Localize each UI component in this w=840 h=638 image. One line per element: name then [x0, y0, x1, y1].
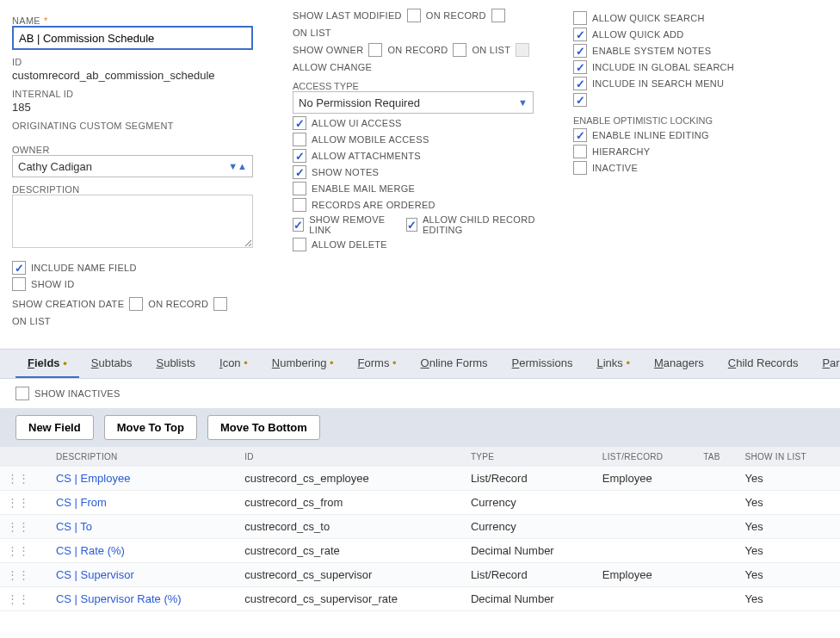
table-cell [696, 515, 738, 539]
table-cell: custrecord_cs_rate [238, 539, 464, 563]
enable-system-notes-checkbox[interactable] [573, 44, 587, 58]
allow-mobile-access-checkbox[interactable] [293, 133, 306, 146]
table-cell: custrecord_cs_to [238, 515, 464, 539]
tab-child-records[interactable]: Child Records [716, 350, 811, 378]
allow-quick-add-checkbox[interactable] [573, 28, 587, 41]
inactive-checkbox[interactable] [573, 161, 587, 175]
table-row[interactable]: ⋮⋮CS | Fromcustrecord_cs_fromCurrencyYes [0, 491, 840, 515]
enable-mail-merge-checkbox[interactable] [293, 182, 306, 195]
drag-handle-icon[interactable]: ⋮⋮ [7, 472, 29, 485]
internal-id-value: 185 [12, 101, 267, 114]
owner-allow-change-checkbox [516, 43, 529, 57]
field-link[interactable]: CS | To [56, 520, 92, 533]
tab-sublists[interactable]: Sublists [144, 350, 207, 378]
field-link[interactable]: CS | From [56, 496, 107, 509]
drag-handle-icon[interactable]: ⋮⋮ [7, 520, 29, 533]
creation-on-list-checkbox[interactable] [213, 297, 227, 311]
description-textarea[interactable] [12, 195, 253, 248]
drag-handle-icon[interactable]: ⋮⋮ [7, 496, 29, 509]
last-mod-on-record-checkbox[interactable] [407, 9, 421, 22]
table-cell [596, 587, 696, 611]
tab-forms[interactable]: Forms • [346, 350, 409, 378]
table-cell: custrecord_cs_from [238, 491, 464, 515]
allow-quick-search-checkbox[interactable] [573, 11, 587, 25]
table-cell: Yes [738, 587, 840, 611]
tab-permissions[interactable]: Permissions [500, 350, 585, 378]
tab-parent-records[interactable]: Parent Records [810, 350, 840, 378]
new-field-button[interactable]: New Field [15, 415, 94, 440]
table-cell[interactable]: CS | Supervisor Rate (%) [49, 587, 238, 611]
table-cell [696, 587, 738, 611]
table-cell[interactable]: ⋮⋮ [0, 563, 49, 587]
table-cell: Yes [738, 539, 840, 563]
table-cell: Decimal Number [464, 587, 596, 611]
table-row[interactable]: ⋮⋮CS | Supervisor Rate (%)custrecord_cs_… [0, 587, 840, 611]
enable-inline-editing-checkbox[interactable] [573, 128, 587, 142]
show-remove-link-checkbox[interactable] [293, 218, 304, 232]
table-cell [696, 467, 738, 491]
extra-checkbox[interactable] [573, 93, 587, 107]
column-header: DESCRIPTION [49, 447, 238, 467]
orig-segment-label: ORIGINATING CUSTOM SEGMENT [12, 121, 267, 131]
table-cell: List/Record [464, 563, 596, 587]
table-cell[interactable]: CS | To [49, 515, 238, 539]
last-mod-on-list-checkbox[interactable] [491, 9, 505, 22]
allow-attachments-checkbox[interactable] [293, 149, 306, 163]
column-header: SHOW IN LIST [738, 447, 840, 467]
show-inactives-checkbox[interactable] [15, 387, 29, 400]
allow-delete-checkbox[interactable] [293, 238, 306, 251]
access-type-select[interactable]: No Permission Required ▼ [293, 91, 534, 114]
owner-on-list-checkbox[interactable] [453, 43, 466, 57]
include-search-menu-checkbox[interactable] [573, 77, 587, 90]
table-cell[interactable]: CS | From [49, 491, 238, 515]
records-are-ordered-checkbox[interactable] [293, 198, 306, 212]
creation-on-record-checkbox[interactable] [129, 297, 143, 311]
show-id-label: SHOW ID [31, 279, 74, 289]
table-row[interactable]: ⋮⋮CS | Rate (%)custrecord_cs_rateDecimal… [0, 539, 840, 563]
allow-ui-access-checkbox[interactable] [293, 116, 306, 130]
field-link[interactable]: CS | Supervisor [56, 568, 134, 581]
field-link[interactable]: CS | Employee [56, 472, 130, 485]
tab-subtabs[interactable]: Subtabs [79, 350, 145, 378]
drag-handle-icon[interactable]: ⋮⋮ [7, 568, 29, 581]
tab-managers[interactable]: Managers [642, 350, 716, 378]
tab-icon[interactable]: Icon • [207, 350, 260, 378]
show-notes-checkbox[interactable] [293, 165, 306, 179]
table-cell[interactable]: ⋮⋮ [0, 491, 49, 515]
hierarchy-checkbox[interactable] [573, 145, 587, 158]
include-name-field-checkbox[interactable] [12, 261, 26, 275]
id-label: ID [12, 57, 267, 67]
table-row[interactable]: ⋮⋮CS | Supervisorcustrecord_cs_superviso… [0, 563, 840, 587]
table-cell[interactable]: CS | Rate (%) [49, 539, 238, 563]
drag-handle-icon[interactable]: ⋮⋮ [7, 592, 29, 605]
move-to-bottom-button[interactable]: Move To Bottom [207, 415, 320, 440]
allow-child-record-editing-checkbox[interactable] [406, 218, 417, 232]
table-cell[interactable]: ⋮⋮ [0, 587, 49, 611]
move-to-top-button[interactable]: Move To Top [104, 415, 197, 440]
tab-fields[interactable]: Fields • [15, 350, 79, 378]
owner-on-record-checkbox[interactable] [368, 43, 382, 57]
name-input[interactable] [12, 26, 253, 50]
show-id-checkbox[interactable] [12, 277, 26, 291]
tab-links[interactable]: Links • [584, 350, 642, 378]
field-link[interactable]: CS | Rate (%) [56, 544, 125, 557]
table-cell[interactable]: CS | Employee [49, 467, 238, 491]
table-row[interactable]: ⋮⋮CS | Employeecustrecord_cs_employeeLis… [0, 467, 840, 491]
table-cell [596, 515, 696, 539]
table-cell: custrecord_cs_supervisor [238, 563, 464, 587]
owner-select[interactable]: Cathy Cadigan ▼▲ [12, 155, 253, 177]
table-cell[interactable]: ⋮⋮ [0, 515, 49, 539]
table-cell[interactable]: ⋮⋮ [0, 539, 49, 563]
table-row[interactable]: ⋮⋮CS | Tocustrecord_cs_toCurrencyYes [0, 515, 840, 539]
owner-label: OWNER [12, 145, 267, 155]
drag-handle-icon[interactable]: ⋮⋮ [7, 544, 29, 557]
enable-optimistic-locking-label: ENABLE OPTIMISTIC LOCKING [573, 115, 828, 126]
table-cell[interactable]: ⋮⋮ [0, 467, 49, 491]
table-cell: custrecord_cs_supervisor_rate [238, 587, 464, 611]
field-link[interactable]: CS | Supervisor Rate (%) [56, 592, 182, 605]
include-global-search-checkbox[interactable] [573, 60, 587, 74]
table-cell[interactable]: CS | Supervisor [49, 563, 238, 587]
tab-online-forms[interactable]: Online Forms [409, 350, 500, 378]
table-cell: Currency [464, 491, 596, 515]
tab-numbering[interactable]: Numbering • [260, 350, 346, 378]
